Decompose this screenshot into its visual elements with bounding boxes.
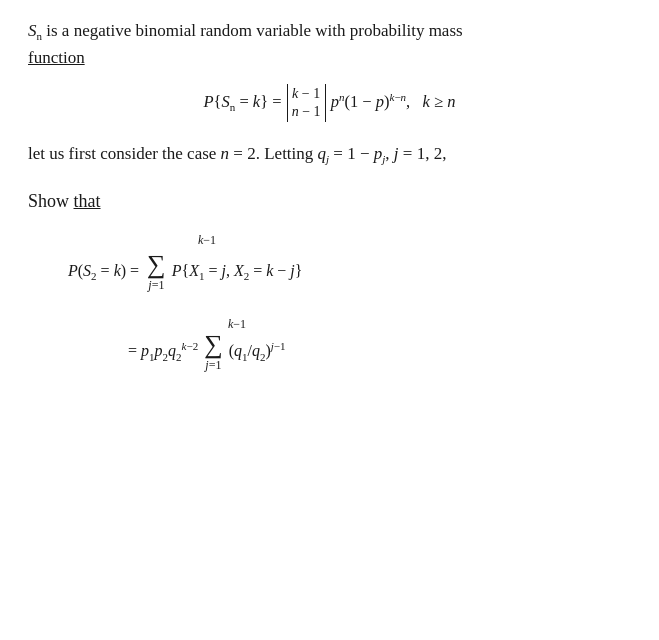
intro-text3: is a negative binomial random variable w… xyxy=(46,21,462,40)
show-label: Show xyxy=(28,191,74,211)
sn-text: Sn is a negative binomial random variabl… xyxy=(28,21,463,40)
sum3-sigma: ∑ xyxy=(204,332,223,358)
binomial-coefficient: k − 1 n − 1 xyxy=(287,84,326,122)
s-italic: S xyxy=(28,21,37,40)
show-that-heading: Show that xyxy=(28,191,631,212)
formula-lhs: P{Sn = k} = xyxy=(204,92,286,111)
intro-paragraph: Sn is a negative binomial random variabl… xyxy=(28,18,631,72)
f2-rhs: P{X1 = j, X2 = k − j} xyxy=(172,257,303,287)
n-sub: n xyxy=(37,30,43,42)
sum3-symbol-block: ∑ j=1 xyxy=(204,332,223,372)
formula-rhs: pn(1 − p)k−n, k ≥ n xyxy=(331,92,456,111)
formula3-main: = p1p2q2k−2 ∑ j=1 (q1/q2)j−1 xyxy=(128,332,631,372)
sum2-lower: j=1 xyxy=(148,278,164,292)
sum2-symbol-block: ∑ j=1 xyxy=(147,252,166,292)
formula2-row: k−1 xyxy=(68,230,631,252)
binom-bot: n − 1 xyxy=(292,103,321,121)
middle-paragraph: let us first consider the case n = 2. Le… xyxy=(28,140,631,169)
f3-prefix: = p1p2q2k−2 xyxy=(128,337,198,367)
formula2-main: P(S2 = k) = ∑ j=1 P{X1 = j, X2 = k − j} xyxy=(68,252,631,292)
f2-lhs: P(S2 = k) = xyxy=(68,257,139,287)
binom-top: k − 1 xyxy=(292,85,320,103)
f3-rhs: (q1/q2)j−1 xyxy=(229,337,286,367)
function-underline: function xyxy=(28,48,85,67)
that-underline: that xyxy=(74,191,101,211)
middle-text-content: let us first consider the case n = 2. Le… xyxy=(28,144,446,163)
sum3-lower: j=1 xyxy=(205,358,221,372)
formula3-block: k−1 = p1p2q2k−2 ∑ j=1 (q1/q2)j−1 xyxy=(128,314,631,372)
sum2-sigma: ∑ xyxy=(147,252,166,278)
sum2-top-label: k−1 xyxy=(198,230,216,252)
formula2-block: k−1 P(S2 = k) = ∑ j=1 P{X1 = j, X2 = k −… xyxy=(68,230,631,292)
pmf-formula: P{Sn = k} = k − 1 n − 1 pn(1 − p)k−n, k … xyxy=(28,84,631,122)
